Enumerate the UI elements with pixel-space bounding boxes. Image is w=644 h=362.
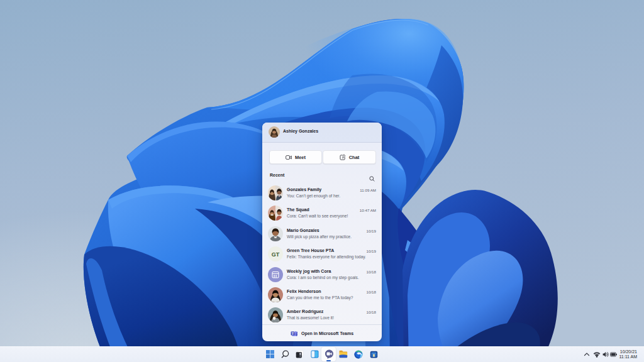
svg-text:GT: GT	[272, 251, 280, 258]
